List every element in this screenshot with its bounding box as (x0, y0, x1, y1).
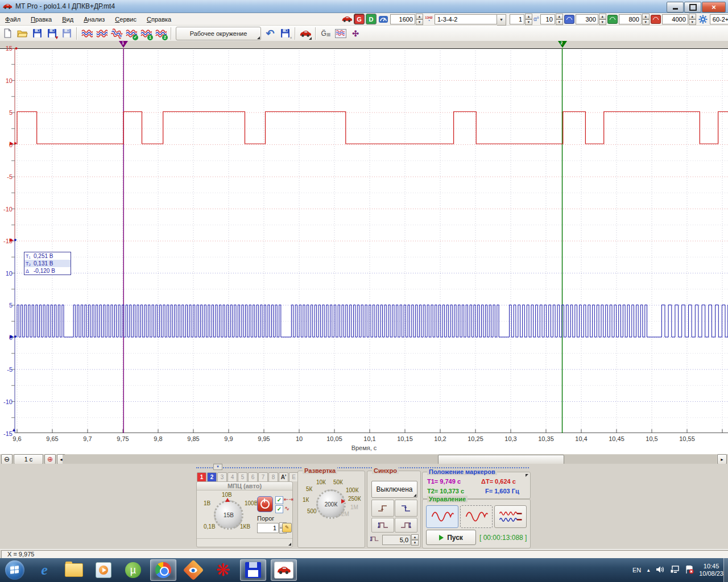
idle-rpm-value[interactable]: 300 (576, 14, 598, 24)
undo-button[interactable]: ↶ (263, 27, 277, 40)
scrollbar-track[interactable] (63, 455, 717, 464)
car-report-button[interactable] (299, 27, 312, 40)
mid-rpm-value[interactable]: 800 (619, 14, 642, 24)
waves-check-button[interactable]: ✓ (125, 27, 138, 40)
lvl-up-icon[interactable]: ▲ (411, 534, 419, 540)
mid-down-icon[interactable]: ▼ (642, 19, 650, 25)
frame-view-button[interactable] (460, 505, 493, 528)
pulse-width-neg-button[interactable] (395, 518, 417, 533)
waves-overlay-button[interactable] (95, 27, 109, 40)
workspace-dropdown[interactable]: Рабочее окружение (176, 27, 261, 40)
tray-expand-icon[interactable]: ▲ (646, 568, 651, 573)
rpm-down-icon[interactable]: ▼ (416, 19, 423, 25)
save-as-button[interactable]: ▾ (45, 27, 59, 40)
rpm-spinner[interactable]: 1600 ▲▼ (390, 14, 423, 24)
rising-edge-button[interactable] (371, 500, 394, 517)
tab-channel-5[interactable]: 5 (238, 472, 247, 481)
rpm-up-icon[interactable]: ▲ (416, 14, 423, 19)
single-view-button[interactable] (426, 505, 458, 528)
max-down-icon[interactable]: ▼ (689, 19, 696, 25)
language-indicator[interactable]: EN (632, 567, 641, 573)
mid-up-icon[interactable]: ▲ (642, 14, 650, 19)
max-rpm-spinner[interactable]: 4000 ▲▼ (662, 14, 696, 24)
generator-button[interactable]: G̈▦ (319, 27, 333, 40)
idle-rpm-spinner[interactable]: 300 ▲▼ (576, 14, 606, 24)
time-scale-button[interactable]: 1 с (14, 454, 43, 464)
ch2-zero-marker-icon[interactable]: ▶● (10, 334, 16, 339)
cylinder-spinner[interactable]: 1 ▲▼ (510, 14, 532, 24)
firing-order-combo[interactable]: 1-3-4-2 ▼ (435, 14, 506, 24)
div-down-icon[interactable]: ▼ (556, 19, 563, 25)
start-button[interactable] (2, 560, 27, 580)
menu-analysis[interactable]: Анализ (78, 15, 110, 24)
tab-channel-1[interactable]: 1 (197, 472, 206, 481)
menu-edit[interactable]: Правка (26, 15, 57, 24)
tab-channel-7[interactable]: 7 (258, 472, 268, 481)
cylinder-value[interactable]: 1 (510, 14, 524, 24)
expand-corner-icon[interactable] (526, 474, 528, 477)
tab-channel-3[interactable]: 3 (217, 472, 227, 481)
max-up-icon[interactable]: ▲ (689, 14, 696, 19)
resize-grip-icon[interactable] (288, 543, 291, 546)
minimize-button[interactable] (667, 2, 684, 13)
export-button[interactable] (60, 27, 73, 40)
crank-wheel-combo[interactable]: 60-2+20 ▼ (710, 14, 728, 24)
menu-view[interactable]: Вид (57, 15, 78, 24)
scroll-right-button[interactable]: ► (717, 454, 727, 464)
taskbar-red-app[interactable]: ❋ (210, 560, 235, 580)
fit-vertical-button[interactable]: ✣ (349, 27, 362, 40)
ch1-zero-marker-icon[interactable]: ▶● (10, 141, 16, 146)
taskbar-media-player[interactable] (91, 560, 116, 580)
action-center-flag-icon[interactable] (685, 566, 694, 575)
lvl-down-icon[interactable]: ▼ (411, 540, 419, 546)
diesel-toggle[interactable]: D (366, 14, 377, 24)
taskbar-clock[interactable]: 10:45 10/08/23 (699, 563, 723, 577)
car-mode-icon[interactable] (341, 15, 353, 23)
taskbar-utorrent[interactable]: µ (121, 560, 146, 580)
collapse-panel-button[interactable]: ▼ (213, 464, 222, 470)
save-button[interactable] (30, 27, 44, 40)
rpm-value[interactable]: 1600 (390, 14, 415, 24)
tab-analog[interactable]: A' (279, 472, 288, 481)
channel-power-button[interactable] (257, 496, 273, 512)
max-rpm-value[interactable]: 4000 (662, 14, 688, 24)
new-file-button[interactable] (1, 27, 14, 40)
menu-service[interactable]: Сервис (110, 15, 142, 24)
sync-level-spinner[interactable]: 5,0 ▲▼ (382, 535, 419, 545)
open-file-button[interactable] (15, 27, 29, 40)
cyl-down-icon[interactable]: ▼ (525, 19, 532, 25)
maximize-button[interactable] (684, 2, 701, 13)
sync-mode-dropdown[interactable]: Выключена (371, 481, 417, 498)
scroll-view-button[interactable] (494, 505, 527, 528)
waves-view-button[interactable] (80, 27, 94, 40)
taskbar-image-viewer[interactable] (181, 560, 206, 580)
menu-file[interactable]: Файл (0, 15, 26, 24)
start-button[interactable]: Пуск (426, 530, 476, 545)
tab-channel-4[interactable]: 4 (228, 472, 237, 481)
waveform-plot[interactable] (0, 48, 728, 433)
zoom-in-button[interactable]: ⊕ (44, 454, 56, 464)
close-button[interactable]: × (702, 2, 726, 13)
div-up-icon[interactable]: ▲ (556, 14, 563, 19)
network-icon[interactable] (670, 566, 680, 575)
marker-2-handle[interactable]: 2 (558, 41, 567, 48)
show-desktop-button[interactable] (723, 558, 728, 582)
edge-display-checkbox[interactable]: ✓ (275, 496, 283, 504)
falling-edge-button[interactable] (395, 500, 417, 517)
taskbar-explorer[interactable] (61, 560, 86, 580)
volume-icon[interactable] (656, 566, 665, 575)
tab-channel-8[interactable]: 8 (268, 472, 278, 481)
cyl-up-icon[interactable]: ▲ (525, 14, 532, 19)
taskbar-ie[interactable]: e (32, 560, 57, 580)
threshold-edit-button[interactable]: ✎ (282, 523, 292, 533)
idle-down-icon[interactable]: ▼ (599, 19, 606, 25)
menu-help[interactable]: Справка (142, 15, 176, 24)
waves-loop-button[interactable] (110, 27, 123, 40)
divider-value[interactable]: 10 (540, 14, 555, 24)
taskbar-chrome[interactable] (150, 559, 176, 581)
oscillogram-button[interactable] (334, 27, 348, 40)
waves-slot1-button[interactable]: 1 (139, 27, 153, 40)
waves-slot2-button[interactable]: 2 (154, 27, 168, 40)
ch1-top-marker-icon[interactable]: ● (15, 46, 18, 51)
zoom-out-button[interactable]: ⊖ (1, 454, 13, 464)
